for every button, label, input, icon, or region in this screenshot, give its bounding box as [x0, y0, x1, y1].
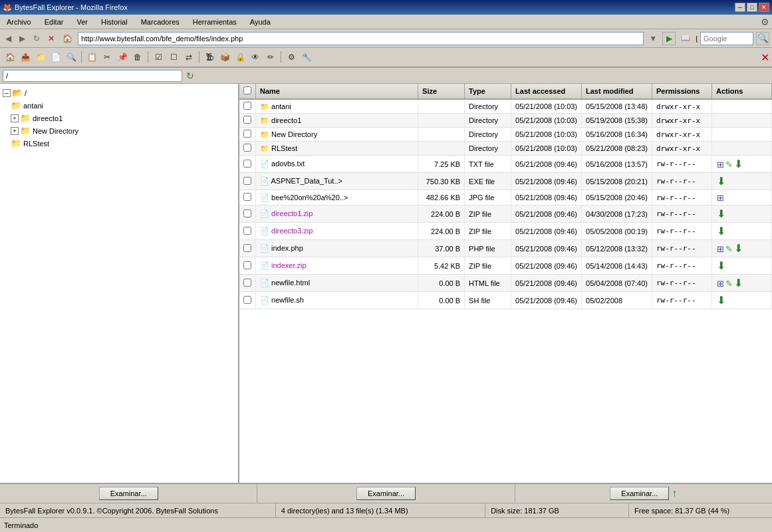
back-button[interactable]: ◀: [3, 33, 14, 45]
tree-item-rlstest[interactable]: 📁 RLStest: [11, 137, 235, 150]
toolbar-invert[interactable]: ⇄: [182, 50, 196, 65]
menu-ver[interactable]: Ver: [72, 17, 92, 27]
tree-toggle-newdir[interactable]: +: [11, 127, 19, 135]
file-link[interactable]: indexer.zip: [271, 261, 307, 269]
toolbar-wrench[interactable]: 🔧: [299, 50, 314, 65]
view-button[interactable]: ⊞: [716, 192, 725, 203]
download-button[interactable]: ⬇: [716, 259, 726, 272]
stop-button[interactable]: ✕: [45, 33, 57, 45]
col-header-size[interactable]: Size: [418, 84, 465, 99]
view-button[interactable]: ⊞: [716, 159, 725, 170]
menu-archivo[interactable]: Archivo: [3, 17, 35, 27]
menu-marcadores[interactable]: Marcadores: [137, 17, 184, 27]
row-checkbox[interactable]: [243, 116, 251, 124]
download-button[interactable]: ⬇: [733, 277, 743, 289]
menu-editar[interactable]: Editar: [41, 17, 68, 27]
col-header-perms[interactable]: Permissions: [652, 84, 712, 99]
tree-root-toggle[interactable]: ─: [3, 89, 11, 97]
row-checkbox[interactable]: [243, 279, 251, 287]
download-button[interactable]: ⬇: [733, 158, 743, 170]
toolbar-perms[interactable]: 🔒: [233, 50, 247, 65]
download-button[interactable]: ⬇: [733, 242, 743, 255]
row-checkbox[interactable]: [243, 160, 251, 168]
download-button[interactable]: ⬇: [716, 225, 726, 237]
row-checkbox[interactable]: [243, 144, 251, 152]
col-header-check[interactable]: [239, 84, 256, 99]
toolbar-compress[interactable]: 🗜: [202, 50, 217, 65]
row-checkbox[interactable]: [243, 209, 251, 217]
toolbar-paste[interactable]: 📌: [115, 50, 130, 65]
toolbar-view[interactable]: 👁: [248, 50, 263, 65]
table-row: 📄 direecto3.zip224.00 BZIP file05/21/200…: [239, 223, 772, 240]
browse-button-3[interactable]: Examinar...: [610, 487, 669, 500]
toolbar-select-all[interactable]: ☑: [151, 50, 166, 65]
view-button[interactable]: ⊞: [716, 278, 725, 289]
col-header-type[interactable]: Type: [465, 84, 511, 99]
minimize-button[interactable]: ─: [735, 3, 745, 12]
address-dropdown-button[interactable]: ▼: [646, 33, 660, 45]
file-link[interactable]: direecto3.zip: [271, 227, 313, 235]
col-header-name[interactable]: Name: [256, 84, 418, 99]
file-size: 224.00 B: [418, 205, 465, 223]
toolbar-copy[interactable]: 📋: [84, 50, 99, 65]
tree-item-direecto1[interactable]: + 📁 direecto1: [11, 112, 235, 124]
address-input[interactable]: [78, 32, 644, 45]
toolbar-newfolder[interactable]: 📁: [33, 50, 48, 65]
refresh-button[interactable]: ↻: [31, 33, 43, 45]
row-checkbox[interactable]: [243, 261, 251, 269]
toolbar-deselect[interactable]: ☐: [166, 50, 181, 65]
toolbar-extract[interactable]: 📦: [217, 50, 232, 65]
close-button[interactable]: ✕: [759, 3, 769, 12]
row-checkbox[interactable]: [243, 177, 251, 185]
download-button[interactable]: ⬇: [716, 207, 726, 220]
toolbar-upload[interactable]: 📤: [18, 50, 33, 65]
search-input[interactable]: [700, 32, 753, 45]
menu-ayuda[interactable]: Ayuda: [246, 17, 275, 27]
file-size: 750.30 KB: [418, 173, 465, 190]
download-button[interactable]: ⬇: [716, 294, 726, 307]
app-close-icon[interactable]: ✕: [761, 51, 769, 64]
go-button[interactable]: ▶: [662, 32, 676, 45]
col-header-modified[interactable]: Last modified: [582, 84, 652, 99]
tree-root[interactable]: ─ 📂 /: [3, 86, 235, 99]
toolbar-delete[interactable]: 🗑: [130, 50, 145, 65]
home-button[interactable]: 🏠: [60, 33, 75, 45]
browse-button-1[interactable]: Examinar...: [99, 487, 158, 500]
row-checkbox[interactable]: [243, 244, 251, 252]
bookmark-icon[interactable]: 📖: [678, 33, 693, 44]
toolbar-sep1: [81, 51, 82, 63]
maximize-button[interactable]: □: [747, 3, 757, 12]
view-button[interactable]: ⊞: [716, 243, 725, 254]
file-link[interactable]: direecto1.zip: [271, 209, 313, 217]
row-checkbox[interactable]: [243, 227, 251, 235]
row-checkbox[interactable]: [243, 102, 251, 110]
tree-item-newdir[interactable]: + 📁 New Directory: [11, 124, 235, 137]
menu-herramientas[interactable]: Herramientas: [189, 17, 241, 27]
col-header-actions[interactable]: Actions: [712, 84, 772, 99]
select-all-checkbox[interactable]: [243, 86, 251, 94]
path-refresh-icon[interactable]: ↻: [185, 69, 195, 82]
row-checkbox[interactable]: [243, 296, 251, 304]
forward-button[interactable]: ▶: [17, 33, 28, 45]
edit-button[interactable]: ✎: [725, 159, 733, 170]
file-type: TXT file: [465, 156, 511, 173]
row-checkbox[interactable]: [243, 193, 251, 201]
col-header-accessed[interactable]: Last accessed: [511, 84, 582, 99]
path-input[interactable]: [3, 70, 182, 82]
menu-historial[interactable]: Historial: [97, 17, 132, 27]
toolbar-cut[interactable]: ✂: [100, 50, 114, 65]
toolbar-settings[interactable]: ⚙: [284, 50, 299, 65]
browse-button-2[interactable]: Examinar...: [356, 487, 416, 500]
tree-toggle-direecto1[interactable]: +: [11, 114, 19, 122]
toolbar-edit[interactable]: ✏: [263, 50, 278, 65]
search-button[interactable]: 🔍: [756, 32, 769, 45]
tree-item-antani[interactable]: 📁 antani: [11, 99, 235, 112]
toolbar-home[interactable]: 🏠: [3, 50, 17, 65]
edit-button[interactable]: ✎: [725, 243, 733, 254]
edit-button[interactable]: ✎: [725, 278, 733, 289]
toolbar-search[interactable]: 🔍: [64, 50, 78, 65]
row-checkbox[interactable]: [243, 130, 251, 138]
download-button[interactable]: ⬇: [716, 175, 726, 188]
file-name: direecto1: [271, 116, 301, 124]
toolbar-newfile[interactable]: 📄: [49, 50, 63, 65]
